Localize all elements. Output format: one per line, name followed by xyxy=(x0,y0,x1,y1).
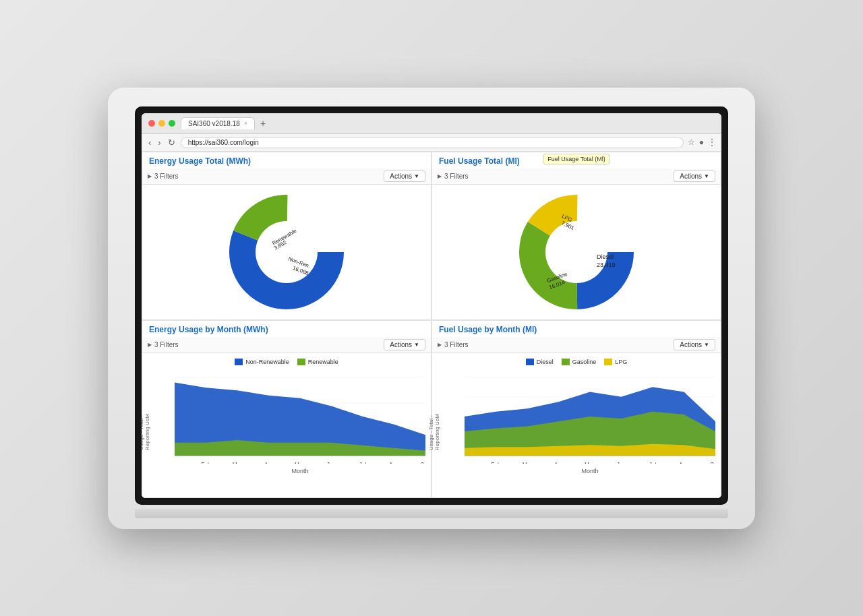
fuel-month-dropdown-icon: ▼ xyxy=(704,342,709,348)
non-renewable-legend-label: Non-Renewable xyxy=(245,359,289,365)
energy-donut-svg: Renewable 3,852 Non-Ren. 16,088 xyxy=(226,191,347,313)
lpg-legend-label: LPG xyxy=(615,359,627,365)
fuel-total-title: Fuel Usage Total (Ml) xyxy=(439,156,714,166)
energy-month-filters: ▶ 3 Filters xyxy=(148,341,179,348)
energy-total-chart: Renewable 3,852 Non-Ren. 16,088 xyxy=(142,185,431,319)
url-text: https://sai360.com/login xyxy=(188,139,259,146)
fuel-total-filter-row: ▶ 3 Filters Actions ▼ xyxy=(432,168,721,185)
browser-icons: ☆ ● ⋮ xyxy=(688,137,716,147)
svg-text:Apr: Apr xyxy=(554,460,563,463)
laptop-base xyxy=(135,509,728,518)
fuel-month-actions-btn[interactable]: Actions ▼ xyxy=(674,339,715,350)
menu-icon[interactable]: ⋮ xyxy=(708,137,716,147)
tab-close-btn[interactable]: × xyxy=(244,120,247,127)
svg-text:Apr: Apr xyxy=(264,460,273,463)
svg-text:Mar: Mar xyxy=(523,460,532,463)
fuel-month-actions-label: Actions xyxy=(680,341,702,348)
energy-month-actions-btn[interactable]: Actions ▼ xyxy=(384,339,425,350)
browser-toolbar: ‹ › ↻ https://sai360.com/login ☆ ● ⋮ xyxy=(142,134,721,152)
fuel-month-filter-icon[interactable]: ▶ xyxy=(438,342,442,348)
fuel-actions-dropdown-icon: ▼ xyxy=(704,173,709,179)
svg-text:Jul: Jul xyxy=(649,460,657,463)
energy-total-title: Energy Usage Total (MWh) xyxy=(149,156,424,166)
energy-month-title: Energy Usage by Month (MWh) xyxy=(149,325,424,334)
svg-text:Jul: Jul xyxy=(359,460,367,463)
new-tab-btn[interactable]: + xyxy=(258,118,268,129)
energy-total-filter-text: 3 Filters xyxy=(154,173,179,180)
fuel-total-title-wrapper: Fuel Usage Total (Ml) Fuel Usage Total (… xyxy=(439,156,714,166)
url-bar[interactable]: https://sai360.com/login xyxy=(181,137,684,148)
energy-month-legend: Non-Renewable Renewable xyxy=(148,359,425,365)
close-traffic-light[interactable] xyxy=(148,120,155,127)
svg-text:Feb: Feb xyxy=(201,460,210,463)
svg-text:Jan: Jan xyxy=(175,460,179,463)
screen-bezel: SAI360 v2018.18 × + ‹ › ↻ https://sai360… xyxy=(135,106,728,505)
legend-gasoline: Gasoline xyxy=(562,359,597,365)
fuel-filter-expand-icon[interactable]: ▶ xyxy=(438,173,442,179)
energy-y-axis-label: Usage - Total -Reporting UoM xyxy=(142,414,150,450)
bookmark-icon[interactable]: ☆ xyxy=(688,137,695,147)
diesel-legend-box xyxy=(526,359,534,365)
dashboard-content: Energy Usage Total (MWh) ▶ 3 Filters Act… xyxy=(142,152,721,498)
diesel-legend-label: Diesel xyxy=(537,359,554,365)
tab-title: SAI360 v2018.18 xyxy=(188,120,240,127)
gasoline-legend-box xyxy=(562,359,570,365)
fuel-total-actions-btn[interactable]: Actions ▼ xyxy=(674,171,715,182)
fuel-month-filter-text: 3 Filters xyxy=(444,341,469,348)
energy-month-filter-icon[interactable]: ▶ xyxy=(148,342,152,348)
svg-text:May: May xyxy=(295,460,305,463)
fuel-x-axis-label: Month xyxy=(465,468,715,474)
lpg-legend-box xyxy=(604,359,612,365)
fuel-month-header: Fuel Usage by Month (Ml) xyxy=(432,321,721,337)
non-renewable-legend-box xyxy=(235,359,243,365)
energy-total-actions-label: Actions xyxy=(390,173,412,180)
fuel-total-filters: ▶ 3 Filters xyxy=(438,173,469,180)
diesel-value: 23,419 xyxy=(597,261,616,268)
legend-lpg: LPG xyxy=(604,359,627,365)
energy-total-header: Energy Usage Total (MWh) xyxy=(142,152,431,168)
svg-text:Jan: Jan xyxy=(465,460,469,463)
account-icon[interactable]: ● xyxy=(699,137,704,147)
refresh-btn[interactable]: ↻ xyxy=(167,137,177,148)
fuel-month-chart: Diesel Gasoline LPG xyxy=(432,353,721,497)
energy-area-chart-wrapper: Usage - Total -Reporting UoM 3 2 xyxy=(148,369,425,495)
actions-dropdown-icon: ▼ xyxy=(414,173,419,179)
energy-area-svg: 3 2 1 0 xyxy=(175,369,425,464)
minimize-traffic-light[interactable] xyxy=(158,120,165,127)
svg-text:Jun: Jun xyxy=(617,460,626,463)
fuel-month-title: Fuel Usage by Month (Ml) xyxy=(439,325,714,334)
maximize-traffic-light[interactable] xyxy=(169,120,175,127)
energy-month-header: Energy Usage by Month (MWh) xyxy=(142,321,431,337)
traffic-lights xyxy=(148,120,175,127)
legend-diesel: Diesel xyxy=(526,359,554,365)
energy-month-panel: Energy Usage by Month (MWh) ▶ 3 Filters … xyxy=(142,320,432,498)
energy-x-axis-label: Month xyxy=(175,468,425,474)
tab-bar: SAI360 v2018.18 × + xyxy=(181,117,715,129)
energy-total-filters: ▶ 3 Filters xyxy=(148,173,179,180)
energy-month-actions-label: Actions xyxy=(390,341,412,348)
svg-text:Sep: Sep xyxy=(421,460,425,463)
dashboard-grid: Energy Usage Total (MWh) ▶ 3 Filters Act… xyxy=(142,152,721,498)
fuel-donut-hole xyxy=(545,221,607,283)
svg-text:Mar: Mar xyxy=(233,460,242,463)
fuel-month-legend: Diesel Gasoline LPG xyxy=(438,359,715,365)
fuel-total-actions-label: Actions xyxy=(680,173,702,180)
fuel-month-filter-row: ▶ 3 Filters Actions ▼ xyxy=(432,337,721,353)
svg-text:Aug: Aug xyxy=(389,460,399,463)
forward-btn[interactable]: › xyxy=(156,137,162,148)
back-btn[interactable]: ‹ xyxy=(147,137,152,148)
svg-text:May: May xyxy=(585,460,595,463)
diesel-label: Diesel xyxy=(597,253,614,260)
energy-month-chart: Non-Renewable Renewable Usage - Total -R… xyxy=(142,353,431,497)
active-tab[interactable]: SAI360 v2018.18 × xyxy=(181,117,255,129)
laptop-frame: SAI360 v2018.18 × + ‹ › ↻ https://sai360… xyxy=(108,88,755,529)
browser-window: SAI360 v2018.18 × + ‹ › ↻ https://sai360… xyxy=(142,113,721,498)
fuel-area-chart-wrapper: Usage - Total -Reporting UoM 8 xyxy=(438,369,715,495)
browser-titlebar: SAI360 v2018.18 × + xyxy=(142,113,721,134)
energy-month-filter-row: ▶ 3 Filters Actions ▼ xyxy=(142,337,431,353)
energy-total-actions-btn[interactable]: Actions ▼ xyxy=(384,171,425,182)
svg-text:Feb: Feb xyxy=(491,460,500,463)
fuel-area-svg: 8 6 4 2 0 xyxy=(465,369,715,464)
filter-expand-icon[interactable]: ▶ xyxy=(148,173,152,179)
fuel-total-panel: Fuel Usage Total (Ml) Fuel Usage Total (… xyxy=(432,152,721,320)
